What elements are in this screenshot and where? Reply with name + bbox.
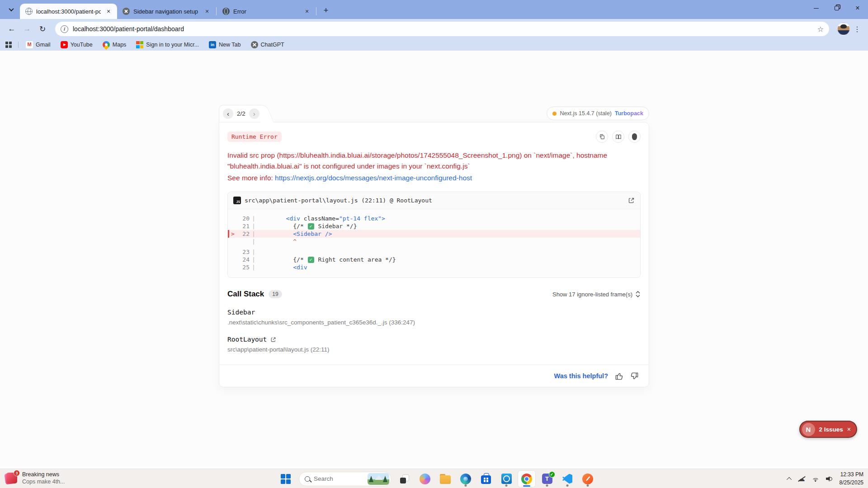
copilot-icon bbox=[420, 474, 430, 484]
runtime-error-badge: Runtime Error bbox=[227, 131, 282, 142]
chrome-icon bbox=[521, 474, 532, 484]
copy-error-button[interactable] bbox=[596, 131, 608, 143]
open-in-editor-button[interactable] bbox=[628, 197, 635, 204]
task-view-button[interactable] bbox=[396, 470, 414, 488]
taskbar-center: T✓ bbox=[277, 469, 597, 488]
error-card: Runtime Error Invalid src prop (https://… bbox=[219, 122, 649, 387]
forward-button[interactable]: → bbox=[20, 22, 34, 36]
nodejs-icon bbox=[632, 133, 637, 140]
microsoft-icon bbox=[136, 41, 143, 48]
maps-icon bbox=[101, 40, 111, 50]
bookmark-label: ChatGPT bbox=[261, 42, 284, 48]
file-explorer-button[interactable] bbox=[436, 470, 454, 488]
tab-localhost-dashboard[interactable]: localhost:3000/patient-portal/d × bbox=[20, 4, 117, 19]
bookmark-gmail[interactable]: M Gmail bbox=[26, 41, 51, 48]
tab-sidebar-navigation-setup[interactable]: Sidebar navigation setup × bbox=[117, 4, 216, 19]
apps-grid-icon[interactable] bbox=[5, 42, 12, 48]
minimize-button[interactable] bbox=[806, 0, 826, 16]
js-file-icon: JS bbox=[233, 197, 241, 204]
nextjs-version-pill[interactable]: Next.js 15.4.7 (stale) Turbopack bbox=[547, 107, 649, 120]
thumbs-up-icon bbox=[615, 372, 623, 380]
store-icon bbox=[481, 475, 491, 484]
thumbs-up-button[interactable] bbox=[615, 372, 623, 380]
bookmark-label: New Tab bbox=[219, 42, 241, 48]
bookmark-label: YouTube bbox=[71, 42, 93, 48]
bookmark-maps[interactable]: Maps bbox=[103, 41, 127, 48]
onedrive-paused-icon[interactable]: ☁ bbox=[798, 475, 805, 483]
thumbs-down-button[interactable] bbox=[630, 372, 639, 380]
volume-icon[interactable] bbox=[826, 476, 833, 482]
copilot-button[interactable] bbox=[416, 470, 434, 488]
bookmark-microsoft-signin[interactable]: Sign in to your Micr... bbox=[136, 41, 199, 48]
issues-indicator[interactable]: N 2 Issues × bbox=[799, 421, 857, 438]
search-daily-image[interactable] bbox=[368, 473, 389, 485]
page-content: ‹ 2/2 › Next.js 15.4.7 (stale) Turbopack… bbox=[0, 51, 868, 469]
tab-title: Sidebar navigation setup bbox=[133, 8, 199, 15]
start-button[interactable] bbox=[277, 470, 295, 488]
bookmark-chatgpt[interactable]: ChatGPT bbox=[251, 41, 284, 48]
overlay-header: ‹ 2/2 › Next.js 15.4.7 (stale) Turbopack bbox=[219, 105, 649, 122]
call-stack-title: Call Stack bbox=[227, 290, 264, 299]
close-icon[interactable]: × bbox=[303, 7, 311, 15]
chrome-button[interactable] bbox=[518, 470, 536, 488]
bookmark-youtube[interactable]: YouTube bbox=[61, 41, 93, 48]
news-widget[interactable]: 3 Breaking news Cops make 4th... bbox=[0, 471, 65, 485]
stack-frame-sidebar: Sidebar .next\static\chunks\src_componen… bbox=[227, 309, 641, 326]
widget-title: Breaking news bbox=[22, 471, 65, 479]
vscode-button[interactable] bbox=[558, 470, 576, 488]
restore-icon bbox=[835, 6, 839, 10]
code-frame-header: JS src\app\patient-portal\layout.js (22:… bbox=[228, 192, 640, 209]
edge-button[interactable] bbox=[457, 470, 475, 488]
frame-name: Sidebar bbox=[227, 309, 641, 316]
url-text[interactable]: localhost:3000/patient-portal/dashboard bbox=[73, 25, 813, 33]
see-more-label: See more info: bbox=[227, 174, 275, 182]
windows-logo-icon bbox=[281, 474, 291, 484]
next-error-button[interactable]: › bbox=[249, 108, 259, 119]
show-ignored-frames-button[interactable]: Show 17 ignore-listed frame(s) bbox=[552, 291, 641, 298]
clock[interactable]: 12:33 PM 8/25/2025 bbox=[840, 471, 863, 487]
tray-date: 8/25/2025 bbox=[840, 479, 863, 487]
site-info-icon[interactable]: i bbox=[61, 25, 68, 33]
minimize-icon bbox=[814, 8, 819, 9]
bookmark-new-tab[interactable]: in New Tab bbox=[209, 41, 241, 48]
code-frame-file-path: src\app\patient-portal\layout.js (22:11)… bbox=[245, 197, 624, 204]
hidden-icons-chevron[interactable] bbox=[787, 477, 792, 482]
maximize-button[interactable] bbox=[826, 0, 847, 16]
linkedin-icon: in bbox=[209, 41, 216, 48]
back-button[interactable]: ← bbox=[5, 22, 19, 36]
new-tab-button[interactable]: + bbox=[320, 4, 332, 17]
code-line: 23| bbox=[228, 248, 640, 256]
pen-app-icon bbox=[582, 474, 593, 484]
docs-button[interactable] bbox=[612, 131, 624, 143]
search-input[interactable] bbox=[314, 475, 364, 482]
address-bar[interactable]: i localhost:3000/patient-portal/dashboar… bbox=[55, 22, 829, 36]
teams-button[interactable]: T✓ bbox=[538, 470, 556, 488]
bookmark-label: Sign in to your Micr... bbox=[146, 42, 199, 48]
close-icon[interactable]: × bbox=[203, 7, 211, 15]
caret-icon: ^ bbox=[258, 238, 297, 245]
close-window-button[interactable]: × bbox=[847, 0, 868, 16]
error-card-footer: Was this helpful? bbox=[227, 365, 641, 387]
browser-menu-icon[interactable]: ⋮ bbox=[851, 23, 863, 35]
pen-app-button[interactable] bbox=[579, 470, 597, 488]
chevrons-up-down-icon bbox=[635, 291, 641, 297]
taskbar-search[interactable] bbox=[299, 472, 392, 486]
reload-button[interactable]: ↻ bbox=[35, 22, 50, 36]
wifi-icon[interactable] bbox=[811, 476, 820, 482]
tab-title: Error bbox=[233, 8, 299, 15]
call-stack-count-badge: 19 bbox=[269, 290, 282, 298]
outlook-button[interactable] bbox=[497, 470, 515, 488]
close-icon[interactable]: × bbox=[847, 426, 851, 433]
previous-error-button[interactable]: ‹ bbox=[223, 108, 233, 119]
nodejs-inspector-button[interactable] bbox=[628, 131, 641, 143]
close-icon[interactable]: × bbox=[104, 7, 113, 15]
code-line: 20| <div className="pt-14 flex"> bbox=[228, 215, 640, 222]
external-link-icon[interactable] bbox=[270, 337, 276, 343]
microsoft-store-button[interactable] bbox=[477, 470, 495, 488]
profile-avatar[interactable] bbox=[837, 23, 850, 35]
tab-search-button[interactable] bbox=[5, 3, 18, 16]
nextjs-error-overlay: ‹ 2/2 › Next.js 15.4.7 (stale) Turbopack… bbox=[219, 51, 649, 387]
error-docs-link[interactable]: https://nextjs.org/docs/messages/next-im… bbox=[275, 174, 472, 182]
tab-error[interactable]: Error × bbox=[217, 4, 316, 19]
bookmark-star-icon[interactable]: ☆ bbox=[817, 25, 824, 33]
